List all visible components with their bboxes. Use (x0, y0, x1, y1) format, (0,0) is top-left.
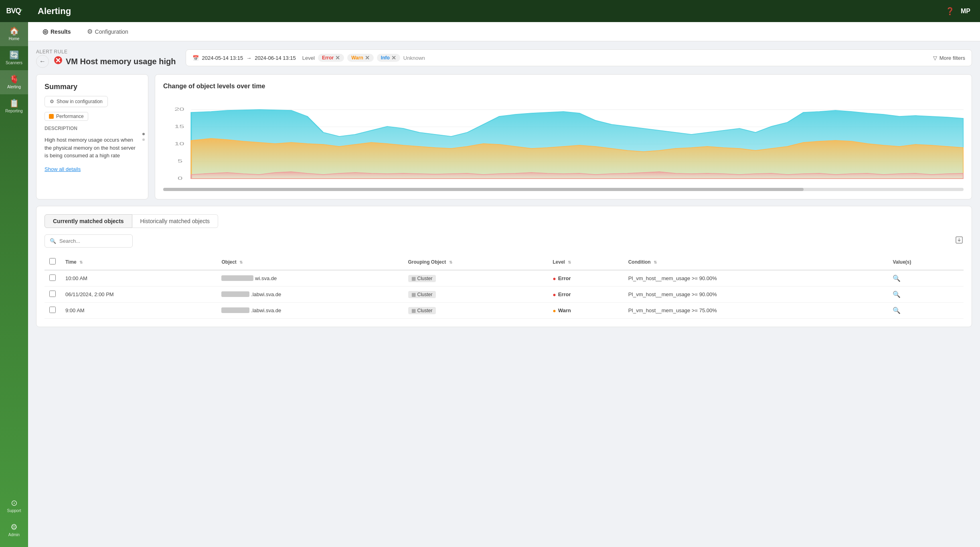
level-label: Level (302, 55, 315, 61)
chart-scrollbar-thumb (163, 188, 804, 191)
row-checkbox-2[interactable] (49, 291, 56, 297)
tab-configuration-label: Configuration (95, 28, 128, 35)
row-checkbox-3[interactable] (49, 307, 56, 313)
object-blurred-1 (221, 275, 253, 281)
cluster-badge-1: ▦ Cluster (408, 275, 436, 282)
scroll-dot-1 (142, 133, 145, 135)
sidebar-label-support: Support (7, 508, 21, 513)
sidebar-item-alerting[interactable]: 🫀 Alerting (0, 70, 28, 94)
sort-time-icon[interactable]: ⇅ (79, 260, 83, 264)
cell-grouping-1: ▦ Cluster (403, 270, 548, 287)
tab-configuration[interactable]: ⚙ Configuration (81, 24, 135, 39)
export-button[interactable] (955, 236, 964, 246)
level-badge-error-2: ● Error (553, 291, 618, 298)
search-input[interactable] (59, 238, 128, 244)
sidebar-item-support[interactable]: ⊙ Support (0, 494, 28, 518)
warn-dot-3: ● (553, 307, 556, 314)
zoom-icon-3[interactable]: 🔍 (893, 307, 901, 314)
sidebar-label-admin: Admin (8, 533, 20, 537)
level-badge-warn-3: ● Warn (553, 307, 618, 314)
remove-warn-icon[interactable]: ✕ (365, 55, 370, 61)
row-checkbox-1[interactable] (49, 275, 56, 281)
svg-text:10: 10 (174, 141, 184, 146)
alert-rule-header: Alert rule ← VM Host memory usage high (36, 48, 972, 68)
cell-level-2: ● Error (548, 287, 623, 303)
content-row: Summary ⚙ Show in configuration Performa… (36, 74, 972, 199)
zoom-icon-1[interactable]: 🔍 (893, 275, 901, 282)
col-level: Level ⇅ (548, 254, 623, 270)
alert-rule-name: VM Host memory usage high (54, 56, 176, 67)
cluster-icon-3: ▦ (411, 308, 416, 313)
help-icon[interactable]: ❓ (946, 7, 954, 16)
table-row: 10:00 AM wi.sva.de ▦ Cluster (45, 270, 964, 287)
tab-currently-matched[interactable]: Currently matched objects (45, 214, 132, 228)
show-all-details-link[interactable]: Show all details (45, 166, 140, 172)
object-suffix-3: .labwi.sva.de (251, 307, 281, 313)
page-title: Alerting (38, 6, 71, 16)
col-object: Object ⇅ (217, 254, 403, 270)
svg-text:20: 20 (174, 107, 184, 112)
description-label: Description (45, 126, 140, 131)
cell-object-3: .labwi.sva.de (217, 303, 403, 319)
date-arrow: → (246, 55, 251, 61)
sidebar-item-scanners[interactable]: 🔄 Scanners (0, 46, 28, 70)
topbar-right: ❓ MP (946, 7, 970, 16)
sidebar-item-home[interactable]: 🏠 Home (0, 22, 28, 46)
table-row: 9:00 AM .labwi.sva.de ▦ Cluster (45, 303, 964, 319)
description-text: High host memory usage occurs when the p… (45, 136, 140, 160)
show-in-configuration-button[interactable]: ⚙ Show in configuration (45, 96, 108, 107)
table-section: Currently matched objects Historically m… (36, 206, 972, 327)
unknown-label: Unknown (403, 55, 425, 61)
chart-scrollbar[interactable] (163, 188, 964, 191)
date-range: 📅 2024-05-14 13:15 → 2024-06-14 13:15 (192, 55, 296, 61)
error-label: Error (322, 55, 334, 61)
svg-text:5: 5 (178, 159, 182, 164)
cell-values-3: 🔍 (888, 303, 964, 319)
sort-condition-icon[interactable]: ⇅ (654, 260, 657, 264)
sidebar-label-home: Home (9, 37, 20, 41)
cell-object-1: wi.sva.de (217, 270, 403, 287)
svg-text:0: 0 (178, 176, 182, 181)
search-icon: 🔍 (50, 238, 56, 244)
tab-results[interactable]: ◎ Results (36, 24, 77, 39)
tab-historically-matched[interactable]: Historically matched objects (132, 214, 219, 228)
cell-time-3: 9:00 AM (61, 303, 217, 319)
level-chip-error[interactable]: Error ✕ (318, 54, 344, 62)
sidebar-item-admin[interactable]: ⚙ Admin (0, 518, 28, 542)
col-time: Time ⇅ (61, 254, 217, 270)
cell-grouping-2: ▦ Cluster (403, 287, 548, 303)
performance-color-swatch (49, 114, 54, 119)
remove-error-icon[interactable]: ✕ (335, 55, 340, 61)
scroll-indicator (142, 133, 145, 141)
select-all-checkbox[interactable] (49, 258, 56, 264)
level-chip-warn[interactable]: Warn ✕ (347, 54, 374, 62)
sidebar-label-alerting: Alerting (7, 85, 21, 89)
error-dot-1: ● (553, 275, 556, 282)
sort-object-icon[interactable]: ⇅ (239, 260, 243, 264)
table-row: 06/11/2024, 2:00 PM .labwi.sva.de ▦ Clus… (45, 287, 964, 303)
sort-level-icon[interactable]: ⇅ (568, 260, 571, 264)
search-box[interactable]: 🔍 (45, 234, 133, 248)
logo-dot: ° (21, 9, 22, 13)
table-body: 10:00 AM wi.sva.de ▦ Cluster (45, 270, 964, 319)
date-from: 2024-05-14 13:15 (202, 55, 243, 61)
config-icon: ⚙ (87, 28, 93, 35)
zoom-icon-2[interactable]: 🔍 (893, 291, 901, 298)
date-to: 2024-06-14 13:15 (255, 55, 296, 61)
chart-container: 0 5 10 15 20 (163, 96, 964, 185)
chart-title: Change of object levels over time (163, 83, 964, 90)
user-avatar[interactable]: MP (961, 8, 970, 15)
alert-rule-label: Alert rule (36, 49, 68, 55)
matched-objects-table: Time ⇅ Object ⇅ Grouping Object ⇅ Leve (45, 254, 964, 319)
sort-grouping-icon[interactable]: ⇅ (449, 260, 452, 264)
cell-condition-1: PI_vm_host__mem_usage >= 90.00% (624, 270, 888, 287)
cell-level-1: ● Error (548, 270, 623, 287)
level-chip-info[interactable]: Info ✕ (377, 54, 400, 62)
more-filters-label: More filters (940, 55, 965, 61)
more-filters-button[interactable]: ▽ More filters (933, 55, 965, 61)
calendar-icon: 📅 (192, 55, 199, 61)
back-button[interactable]: ← (36, 55, 49, 68)
table-header: Time ⇅ Object ⇅ Grouping Object ⇅ Leve (45, 254, 964, 270)
sidebar-item-reporting[interactable]: 📋 Reporting (0, 94, 28, 118)
remove-info-icon[interactable]: ✕ (391, 55, 396, 61)
